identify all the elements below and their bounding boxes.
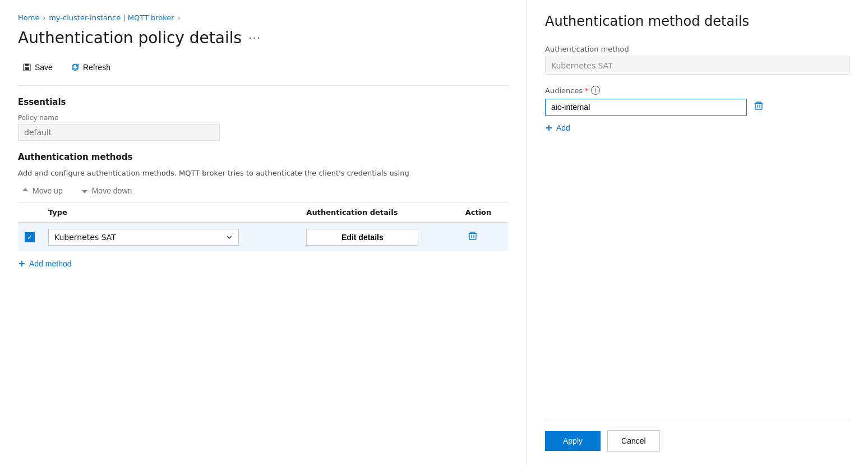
breadcrumb-home[interactable]: Home [18, 13, 39, 22]
add-audience-icon [545, 124, 553, 132]
add-method-button[interactable]: Add method [18, 254, 72, 274]
move-down-label: Move down [92, 186, 132, 195]
delete-row-button[interactable] [465, 228, 480, 246]
toolbar: Save Refresh [18, 61, 509, 81]
audiences-info-icon[interactable]: i [591, 86, 600, 95]
right-spacer [545, 146, 850, 421]
move-toolbar: Move up Move down [18, 184, 509, 197]
auth-method-label: Authentication method [545, 45, 850, 53]
move-up-label: Move up [33, 186, 63, 195]
right-footer: Apply Cancel [545, 421, 850, 452]
refresh-button[interactable]: Refresh [66, 61, 115, 74]
audiences-label-text: Audiences [545, 86, 583, 95]
audience-row [545, 98, 850, 116]
add-method-label: Add method [29, 259, 72, 268]
save-button[interactable]: Save [18, 61, 57, 74]
svg-rect-2 [25, 67, 29, 70]
audience-trash-icon [754, 100, 764, 111]
left-panel: Home › my-cluster-instance | MQTT broker… [0, 0, 527, 465]
move-down-icon [81, 187, 89, 195]
type-dropdown[interactable]: Kubernetes SAT [48, 229, 239, 246]
type-dropdown-value: Kubernetes SAT [54, 233, 116, 242]
breadcrumb-sep-1: › [43, 14, 45, 22]
page-options-button[interactable]: ··· [248, 32, 261, 44]
svg-rect-12 [755, 103, 762, 109]
row-checkbox[interactable] [25, 232, 35, 242]
trash-icon [468, 231, 478, 241]
save-icon [22, 63, 31, 72]
row-type-cell: Kubernetes SAT [41, 223, 299, 252]
move-down-button[interactable]: Move down [77, 184, 136, 197]
add-audience-label: Add [556, 123, 570, 132]
audiences-label: Audiences * i [545, 86, 850, 95]
auth-methods-section: Authentication methods Add and configure… [18, 152, 509, 274]
col-action-header: Action [459, 202, 509, 223]
auth-methods-table: Type Authentication details Action Kuber… [18, 202, 509, 251]
audiences-required-star: * [585, 86, 589, 95]
col-auth-details-header: Authentication details [299, 202, 458, 223]
apply-button[interactable]: Apply [545, 431, 601, 451]
col-type-header: Type [41, 202, 299, 223]
auth-methods-title: Authentication methods [18, 152, 509, 162]
refresh-label: Refresh [83, 63, 110, 72]
breadcrumb: Home › my-cluster-instance | MQTT broker… [18, 13, 509, 22]
toolbar-divider [18, 85, 509, 86]
row-action-cell [459, 223, 509, 252]
table-row[interactable]: Kubernetes SAT Edit details [18, 223, 509, 252]
right-panel-title: Authentication method details [545, 13, 850, 29]
row-checkbox-cell[interactable] [18, 223, 41, 252]
add-method-icon [18, 260, 26, 268]
dropdown-chevron-icon [226, 234, 233, 241]
svg-rect-1 [25, 64, 29, 66]
essentials-section: Essentials Policy name default [18, 97, 509, 141]
auth-methods-desc: Add and configure authentication methods… [18, 169, 509, 177]
add-audience-button[interactable]: Add [545, 121, 850, 135]
edit-details-button[interactable]: Edit details [306, 229, 418, 246]
svg-rect-3 [469, 233, 476, 240]
page-header: Authentication policy details ··· [18, 29, 509, 47]
auth-method-value: Kubernetes SAT [545, 57, 850, 75]
breadcrumb-sep-2: › [178, 14, 181, 22]
refresh-icon [71, 63, 80, 72]
breadcrumb-cluster[interactable]: my-cluster-instance | MQTT broker [49, 13, 174, 22]
policy-name-value: default [18, 124, 220, 141]
policy-name-label: Policy name [18, 114, 509, 122]
move-up-icon [21, 187, 29, 195]
audience-input[interactable] [545, 99, 747, 116]
col-checkbox [18, 202, 41, 223]
save-label: Save [35, 63, 53, 72]
essentials-title: Essentials [18, 97, 509, 107]
page-title: Authentication policy details [18, 29, 242, 47]
row-auth-details-cell: Edit details [299, 223, 458, 252]
right-panel: Authentication method details Authentica… [527, 0, 868, 465]
move-up-button[interactable]: Move up [18, 184, 66, 197]
audience-delete-button[interactable] [751, 98, 766, 116]
cancel-button[interactable]: Cancel [607, 430, 660, 452]
